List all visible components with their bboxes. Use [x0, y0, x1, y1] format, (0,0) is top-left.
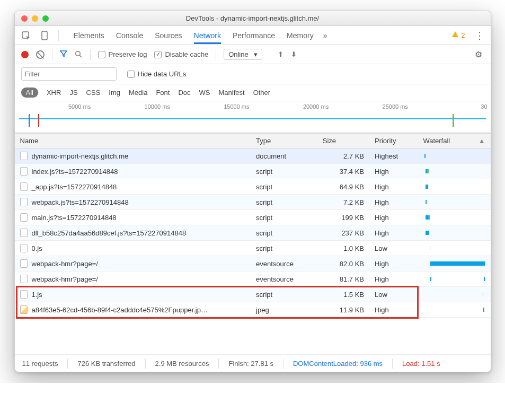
column-type[interactable]: Type: [251, 134, 317, 148]
timeline-tick: 10000 ms: [94, 103, 173, 110]
request-type: document: [251, 148, 317, 164]
waterfall-cell: [423, 305, 485, 314]
document-icon: [20, 275, 28, 283]
request-size: 82.0 KB: [317, 256, 369, 272]
request-type: script: [251, 164, 317, 179]
request-type: eventsource: [251, 272, 317, 287]
tab-console[interactable]: Console: [116, 27, 143, 44]
warning-icon: [451, 31, 459, 40]
timeline-overview[interactable]: 5000 ms10000 ms15000 ms20000 ms25000 ms3…: [15, 101, 491, 133]
table-row[interactable]: webpack-hmr?page=/eventsource81.7 KBHigh: [15, 272, 491, 287]
filter-input[interactable]: [21, 67, 117, 81]
preserve-log-checkbox[interactable]: Preserve log: [98, 50, 147, 58]
table-row[interactable]: webpack-hmr?page=/eventsource82.0 KBHigh: [15, 256, 491, 272]
request-size: 11.9 KB: [317, 302, 369, 318]
request-priority: High: [369, 302, 418, 318]
tab-sources[interactable]: Sources: [155, 27, 182, 44]
table-row[interactable]: 0.jsscript1.0 KBLow: [15, 241, 491, 256]
filter-chip-all[interactable]: All: [21, 88, 38, 98]
hide-data-urls-checkbox[interactable]: Hide data URLs: [127, 70, 187, 78]
table-row[interactable]: webpack.js?ts=1572270914848script7.2 KBH…: [15, 195, 491, 210]
preserve-log-label: Preserve log: [109, 50, 147, 58]
record-button[interactable]: [21, 51, 29, 58]
tab-network[interactable]: Network: [194, 27, 221, 44]
settings-icon[interactable]: ⚙: [475, 49, 484, 59]
column-priority[interactable]: Priority: [369, 134, 418, 148]
request-name: webpack.js?ts=1572270914848: [32, 198, 129, 206]
request-type: script: [251, 179, 317, 195]
filter-icon[interactable]: [60, 50, 67, 59]
table-row[interactable]: a84f63e5-62cd-456b-89f4-c2adddc4e575%2Fp…: [15, 302, 491, 318]
filter-chip-font[interactable]: Font: [156, 89, 170, 97]
document-icon: [20, 182, 28, 191]
window-title: DevTools - dynamic-import-nextjs.glitch.…: [15, 14, 491, 22]
request-name: _app.js?ts=1572270914848: [32, 183, 117, 191]
request-priority: High: [369, 195, 418, 210]
clear-button[interactable]: [36, 50, 45, 59]
inspect-icon[interactable]: [21, 31, 31, 40]
waterfall-cell: [423, 228, 485, 238]
disable-cache-checkbox[interactable]: Disable cache: [154, 50, 208, 58]
table-row[interactable]: 1.jsscript1.5 KBLow: [15, 287, 491, 302]
table-row[interactable]: _app.js?ts=1572270914848script64.9 KBHig…: [15, 179, 491, 195]
filter-chip-img[interactable]: Img: [109, 89, 120, 97]
tab-performance[interactable]: Performance: [233, 27, 275, 44]
filter-chip-manifest[interactable]: Manifest: [219, 89, 245, 97]
tab-elements[interactable]: Elements: [74, 27, 104, 44]
checkbox-icon: [154, 51, 162, 58]
filter-chip-other[interactable]: Other: [253, 89, 271, 97]
close-window-button[interactable]: [21, 15, 28, 22]
request-priority: High: [369, 225, 418, 241]
load-marker: [38, 114, 39, 127]
request-size: 199 KB: [317, 210, 369, 225]
warnings-badge[interactable]: 2: [451, 31, 465, 40]
device-icon[interactable]: [40, 31, 49, 40]
waterfall-cell: [423, 167, 485, 176]
document-icon: [20, 290, 28, 299]
more-tabs-button[interactable]: »: [323, 27, 327, 44]
filter-chip-js[interactable]: JS: [69, 89, 77, 97]
table-row[interactable]: index.js?ts=1572270914848script37.4 KBHi…: [15, 164, 491, 179]
timeline-tick: 25000 ms: [332, 103, 411, 110]
minimize-window-button[interactable]: [32, 15, 38, 22]
request-name: dll_b58c257da4aa56d89cef.js?ts=157227091…: [32, 229, 187, 237]
upload-icon[interactable]: ⬆: [278, 50, 283, 58]
table-row[interactable]: main.js?ts=1572270914848script199 KBHigh: [15, 210, 491, 225]
request-size: 1.5 KB: [317, 287, 369, 302]
search-icon[interactable]: [75, 50, 83, 58]
request-priority: High: [369, 179, 418, 195]
column-size[interactable]: Size: [317, 134, 369, 148]
request-size: 1.0 KB: [317, 241, 369, 256]
hide-data-urls-label: Hide data URLs: [138, 70, 187, 78]
request-type: script: [251, 210, 317, 225]
column-waterfall[interactable]: Waterfall ▲: [418, 134, 490, 148]
filter-chip-css[interactable]: CSS: [86, 89, 101, 97]
table-row[interactable]: dynamic-import-nextjs.glitch.medocument2…: [15, 148, 491, 164]
document-icon: [20, 259, 28, 268]
timeline-tick: 30: [411, 103, 491, 110]
download-icon[interactable]: ⬇: [291, 50, 297, 58]
chevron-down-icon: ▾: [254, 50, 258, 58]
column-name[interactable]: Name: [15, 134, 251, 148]
kebab-menu-icon[interactable]: ⋮: [475, 30, 484, 41]
waterfall-cell: [423, 290, 485, 299]
warnings-count: 2: [461, 31, 465, 39]
throttling-select[interactable]: Online ▾: [224, 49, 262, 60]
request-size: 2.7 KB: [317, 148, 369, 164]
waterfall-cell: [423, 151, 485, 161]
maximize-window-button[interactable]: [42, 15, 49, 22]
activity-marker: [453, 114, 454, 127]
filter-chip-ws[interactable]: WS: [199, 89, 210, 97]
timeline-tick: 5000 ms: [15, 103, 94, 110]
document-icon: [20, 244, 28, 252]
checkbox-icon: [98, 51, 105, 58]
filter-chip-xhr[interactable]: XHR: [47, 89, 61, 97]
svg-rect-1: [42, 31, 47, 40]
filter-chip-doc[interactable]: Doc: [178, 89, 190, 97]
document-icon: [20, 213, 28, 222]
table-row[interactable]: dll_b58c257da4aa56d89cef.js?ts=157227091…: [15, 225, 491, 241]
status-dcl: DOMContentLoaded: 936 ms: [293, 360, 383, 368]
waterfall-cell: [423, 274, 485, 284]
filter-chip-media[interactable]: Media: [129, 89, 147, 97]
tab-memory[interactable]: Memory: [287, 27, 314, 44]
